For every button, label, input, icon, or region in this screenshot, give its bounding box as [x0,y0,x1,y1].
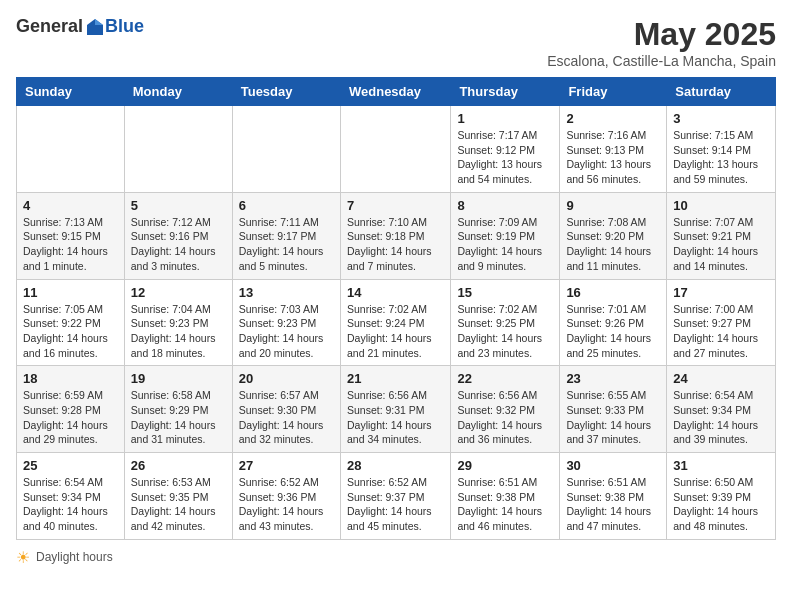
day-info: Sunrise: 6:54 AM Sunset: 9:34 PM Dayligh… [23,475,118,534]
day-info: Sunrise: 7:17 AM Sunset: 9:12 PM Dayligh… [457,128,553,187]
calendar-cell: 7Sunrise: 7:10 AM Sunset: 9:18 PM Daylig… [340,192,450,279]
calendar-week-row: 18Sunrise: 6:59 AM Sunset: 9:28 PM Dayli… [17,366,776,453]
svg-marker-1 [95,19,103,25]
day-info: Sunrise: 7:09 AM Sunset: 9:19 PM Dayligh… [457,215,553,274]
day-info: Sunrise: 6:57 AM Sunset: 9:30 PM Dayligh… [239,388,334,447]
calendar-week-row: 4Sunrise: 7:13 AM Sunset: 9:15 PM Daylig… [17,192,776,279]
day-info: Sunrise: 6:56 AM Sunset: 9:31 PM Dayligh… [347,388,444,447]
calendar-cell: 16Sunrise: 7:01 AM Sunset: 9:26 PM Dayli… [560,279,667,366]
daylight-label: Daylight hours [36,550,113,564]
day-info: Sunrise: 7:00 AM Sunset: 9:27 PM Dayligh… [673,302,769,361]
day-number: 18 [23,371,118,386]
calendar-cell: 21Sunrise: 6:56 AM Sunset: 9:31 PM Dayli… [340,366,450,453]
day-number: 17 [673,285,769,300]
calendar-cell: 9Sunrise: 7:08 AM Sunset: 9:20 PM Daylig… [560,192,667,279]
calendar-cell: 31Sunrise: 6:50 AM Sunset: 9:39 PM Dayli… [667,453,776,540]
day-number: 26 [131,458,226,473]
calendar-header-row: SundayMondayTuesdayWednesdayThursdayFrid… [17,78,776,106]
day-info: Sunrise: 7:02 AM Sunset: 9:25 PM Dayligh… [457,302,553,361]
day-number: 11 [23,285,118,300]
day-info: Sunrise: 6:53 AM Sunset: 9:35 PM Dayligh… [131,475,226,534]
calendar-cell: 29Sunrise: 6:51 AM Sunset: 9:38 PM Dayli… [451,453,560,540]
day-number: 16 [566,285,660,300]
calendar-cell: 14Sunrise: 7:02 AM Sunset: 9:24 PM Dayli… [340,279,450,366]
day-info: Sunrise: 6:55 AM Sunset: 9:33 PM Dayligh… [566,388,660,447]
day-number: 30 [566,458,660,473]
day-number: 10 [673,198,769,213]
calendar-cell: 15Sunrise: 7:02 AM Sunset: 9:25 PM Dayli… [451,279,560,366]
day-number: 22 [457,371,553,386]
day-header-saturday: Saturday [667,78,776,106]
day-header-monday: Monday [124,78,232,106]
day-number: 24 [673,371,769,386]
calendar-cell: 1Sunrise: 7:17 AM Sunset: 9:12 PM Daylig… [451,106,560,193]
logo: General Blue [16,16,144,37]
day-info: Sunrise: 6:56 AM Sunset: 9:32 PM Dayligh… [457,388,553,447]
calendar-cell: 26Sunrise: 6:53 AM Sunset: 9:35 PM Dayli… [124,453,232,540]
day-number: 21 [347,371,444,386]
day-number: 20 [239,371,334,386]
day-number: 12 [131,285,226,300]
day-info: Sunrise: 6:51 AM Sunset: 9:38 PM Dayligh… [457,475,553,534]
calendar-cell: 5Sunrise: 7:12 AM Sunset: 9:16 PM Daylig… [124,192,232,279]
day-header-thursday: Thursday [451,78,560,106]
location-title: Escalona, Castille-La Mancha, Spain [547,53,776,69]
footer: ☀ Daylight hours [16,548,776,567]
calendar-cell: 2Sunrise: 7:16 AM Sunset: 9:13 PM Daylig… [560,106,667,193]
day-number: 28 [347,458,444,473]
day-info: Sunrise: 7:01 AM Sunset: 9:26 PM Dayligh… [566,302,660,361]
calendar-cell: 3Sunrise: 7:15 AM Sunset: 9:14 PM Daylig… [667,106,776,193]
sun-icon: ☀ [16,548,30,567]
day-info: Sunrise: 6:54 AM Sunset: 9:34 PM Dayligh… [673,388,769,447]
day-number: 7 [347,198,444,213]
day-number: 3 [673,111,769,126]
day-info: Sunrise: 7:05 AM Sunset: 9:22 PM Dayligh… [23,302,118,361]
title-block: May 2025 Escalona, Castille-La Mancha, S… [547,16,776,69]
calendar-cell: 28Sunrise: 6:52 AM Sunset: 9:37 PM Dayli… [340,453,450,540]
day-info: Sunrise: 7:02 AM Sunset: 9:24 PM Dayligh… [347,302,444,361]
calendar-cell [232,106,340,193]
calendar-cell: 25Sunrise: 6:54 AM Sunset: 9:34 PM Dayli… [17,453,125,540]
day-number: 4 [23,198,118,213]
day-info: Sunrise: 7:10 AM Sunset: 9:18 PM Dayligh… [347,215,444,274]
day-info: Sunrise: 7:11 AM Sunset: 9:17 PM Dayligh… [239,215,334,274]
calendar-cell: 18Sunrise: 6:59 AM Sunset: 9:28 PM Dayli… [17,366,125,453]
day-number: 14 [347,285,444,300]
day-number: 2 [566,111,660,126]
calendar-cell: 11Sunrise: 7:05 AM Sunset: 9:22 PM Dayli… [17,279,125,366]
day-info: Sunrise: 6:52 AM Sunset: 9:36 PM Dayligh… [239,475,334,534]
calendar-cell [340,106,450,193]
day-number: 31 [673,458,769,473]
day-number: 5 [131,198,226,213]
month-title: May 2025 [547,16,776,53]
day-header-friday: Friday [560,78,667,106]
day-info: Sunrise: 7:13 AM Sunset: 9:15 PM Dayligh… [23,215,118,274]
day-info: Sunrise: 7:07 AM Sunset: 9:21 PM Dayligh… [673,215,769,274]
day-number: 23 [566,371,660,386]
calendar-cell: 24Sunrise: 6:54 AM Sunset: 9:34 PM Dayli… [667,366,776,453]
calendar-cell: 19Sunrise: 6:58 AM Sunset: 9:29 PM Dayli… [124,366,232,453]
day-info: Sunrise: 7:03 AM Sunset: 9:23 PM Dayligh… [239,302,334,361]
day-number: 6 [239,198,334,213]
day-info: Sunrise: 6:50 AM Sunset: 9:39 PM Dayligh… [673,475,769,534]
day-header-wednesday: Wednesday [340,78,450,106]
logo-icon [85,17,105,37]
day-number: 29 [457,458,553,473]
calendar-cell: 17Sunrise: 7:00 AM Sunset: 9:27 PM Dayli… [667,279,776,366]
day-number: 13 [239,285,334,300]
calendar-week-row: 11Sunrise: 7:05 AM Sunset: 9:22 PM Dayli… [17,279,776,366]
calendar-cell [124,106,232,193]
day-number: 8 [457,198,553,213]
day-number: 25 [23,458,118,473]
day-number: 1 [457,111,553,126]
calendar-cell: 20Sunrise: 6:57 AM Sunset: 9:30 PM Dayli… [232,366,340,453]
day-number: 9 [566,198,660,213]
day-number: 27 [239,458,334,473]
day-info: Sunrise: 6:51 AM Sunset: 9:38 PM Dayligh… [566,475,660,534]
calendar-table: SundayMondayTuesdayWednesdayThursdayFrid… [16,77,776,540]
day-info: Sunrise: 7:16 AM Sunset: 9:13 PM Dayligh… [566,128,660,187]
calendar-week-row: 25Sunrise: 6:54 AM Sunset: 9:34 PM Dayli… [17,453,776,540]
page-header: General Blue May 2025 Escalona, Castille… [16,16,776,69]
calendar-cell: 13Sunrise: 7:03 AM Sunset: 9:23 PM Dayli… [232,279,340,366]
day-info: Sunrise: 6:52 AM Sunset: 9:37 PM Dayligh… [347,475,444,534]
